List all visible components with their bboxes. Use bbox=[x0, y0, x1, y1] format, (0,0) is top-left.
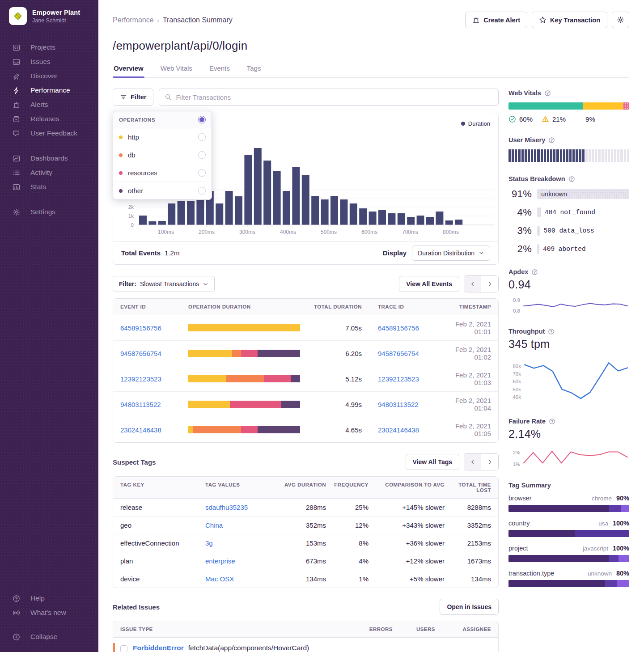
tab-events[interactable]: Events bbox=[208, 64, 231, 77]
question-icon[interactable] bbox=[548, 137, 555, 144]
breadcrumb-performance[interactable]: Performance bbox=[113, 16, 154, 24]
histogram-bar[interactable] bbox=[340, 199, 347, 225]
sidebar-item-projects[interactable]: Projects bbox=[0, 40, 98, 55]
histogram-bar[interactable] bbox=[407, 217, 415, 225]
histogram-bar[interactable] bbox=[139, 216, 147, 225]
histogram-bar[interactable] bbox=[417, 216, 424, 225]
histogram-bar[interactable] bbox=[263, 161, 271, 225]
operations-option-db[interactable]: db bbox=[113, 146, 212, 164]
histogram-bar[interactable] bbox=[455, 220, 462, 225]
histogram-bar[interactable] bbox=[436, 212, 443, 225]
tag-value-link[interactable]: enterprise bbox=[205, 557, 235, 565]
histogram-bar[interactable] bbox=[398, 213, 405, 225]
sidebar-item-help[interactable]: Help bbox=[0, 591, 98, 605]
search-input[interactable] bbox=[176, 93, 493, 101]
histogram-bar[interactable] bbox=[330, 196, 338, 225]
open-in-issues-button[interactable]: Open in Issues bbox=[440, 599, 499, 615]
display-select[interactable]: Duration Distribution bbox=[412, 246, 490, 261]
transaction-search[interactable] bbox=[159, 89, 499, 106]
histogram-bar[interactable] bbox=[302, 175, 309, 225]
histogram-bar[interactable] bbox=[311, 196, 319, 225]
operations-dropdown-header[interactable]: OPERATIONS bbox=[113, 111, 212, 128]
operation-radio[interactable] bbox=[198, 169, 206, 177]
tab-overview[interactable]: Overview bbox=[113, 64, 144, 77]
transactions-filter-select[interactable]: Filter: Slowest Transactions bbox=[113, 276, 215, 292]
histogram-bar[interactable] bbox=[168, 203, 175, 225]
org-switcher[interactable]: Empower Plant Jane Schmidt bbox=[0, 7, 98, 25]
sidebar-item-releases[interactable]: Releases bbox=[0, 112, 98, 126]
histogram-bar[interactable] bbox=[350, 203, 357, 225]
trace-id-link[interactable]: 94587656754 bbox=[378, 350, 419, 357]
histogram-bar[interactable] bbox=[369, 212, 377, 225]
histogram-bar[interactable] bbox=[445, 220, 453, 225]
sidebar-item-settings[interactable]: Settings bbox=[0, 205, 98, 219]
trace-id-link[interactable]: 12392123523 bbox=[378, 375, 419, 383]
histogram-bar[interactable] bbox=[378, 210, 386, 225]
operation-radio[interactable] bbox=[198, 187, 206, 195]
trace-id-link[interactable]: 23024146438 bbox=[378, 426, 419, 434]
issue-checkbox[interactable] bbox=[120, 645, 127, 652]
event-id-link[interactable]: 94587656754 bbox=[120, 350, 161, 357]
question-icon[interactable] bbox=[549, 418, 555, 425]
histogram-bar[interactable] bbox=[158, 221, 166, 225]
operations-option-http[interactable]: http bbox=[113, 128, 212, 146]
sidebar-item-activity[interactable]: Activity bbox=[0, 165, 98, 180]
events-prev-button[interactable] bbox=[464, 276, 481, 292]
event-id-link[interactable]: 64589156756 bbox=[120, 324, 161, 332]
tag-value-link[interactable]: sdaufhu35235 bbox=[205, 504, 248, 511]
tag-value-link[interactable]: Mac OSX bbox=[205, 575, 234, 583]
sidebar-item-issues[interactable]: Issues bbox=[0, 55, 98, 69]
event-id-link[interactable]: 94803113522 bbox=[120, 401, 161, 408]
view-all-events-button[interactable]: View All Events bbox=[399, 276, 459, 292]
trace-id-link[interactable]: 64589156756 bbox=[378, 324, 419, 332]
histogram-bar[interactable] bbox=[273, 171, 281, 225]
sidebar-item-stats[interactable]: Stats bbox=[0, 180, 98, 194]
sidebar-item-what-s-new[interactable]: What's new bbox=[0, 605, 98, 620]
operations-option-other[interactable]: other bbox=[113, 182, 212, 199]
operations-option-resources[interactable]: resources bbox=[113, 164, 212, 182]
operation-radio[interactable] bbox=[198, 151, 206, 159]
question-icon[interactable] bbox=[568, 176, 575, 182]
create-alert-button[interactable]: Create Alert bbox=[465, 12, 527, 28]
tags-next-button[interactable] bbox=[481, 454, 498, 470]
histogram-bar[interactable] bbox=[321, 199, 329, 225]
question-icon[interactable] bbox=[531, 269, 538, 275]
histogram-bar[interactable] bbox=[359, 208, 367, 225]
event-id-link[interactable]: 12392123523 bbox=[120, 375, 161, 383]
operation-radio[interactable] bbox=[198, 133, 206, 141]
question-icon[interactable] bbox=[544, 90, 551, 97]
sidebar-item-dashboards[interactable]: Dashboards bbox=[0, 151, 98, 165]
key-transaction-button[interactable]: Key Transaction bbox=[532, 12, 607, 28]
tags-prev-button[interactable] bbox=[464, 454, 481, 470]
histogram-bar[interactable] bbox=[244, 155, 252, 225]
events-next-button[interactable] bbox=[481, 276, 498, 292]
tag-value-link[interactable]: China bbox=[205, 521, 223, 529]
histogram-bar[interactable] bbox=[216, 203, 223, 225]
tag-value-link[interactable]: 3g bbox=[205, 539, 213, 547]
histogram-bar[interactable] bbox=[225, 191, 233, 225]
sidebar-item-user-feedback[interactable]: User Feedback bbox=[0, 126, 98, 140]
sidebar-item-collapse[interactable]: Collapse bbox=[0, 630, 98, 644]
question-icon[interactable] bbox=[548, 328, 555, 335]
histogram-bar[interactable] bbox=[426, 217, 434, 225]
histogram-bar[interactable] bbox=[196, 197, 204, 225]
histogram-bar[interactable] bbox=[254, 148, 262, 225]
operations-all-radio[interactable] bbox=[198, 116, 206, 123]
histogram-bar[interactable] bbox=[283, 191, 290, 225]
filter-button[interactable]: Filter bbox=[113, 89, 153, 106]
sidebar-item-discover[interactable]: Discover bbox=[0, 69, 98, 83]
histogram-bar[interactable] bbox=[292, 167, 300, 225]
tab-tags[interactable]: Tags bbox=[246, 64, 262, 77]
event-id-link[interactable]: 23024146438 bbox=[120, 426, 161, 434]
sidebar-item-alerts[interactable]: Alerts bbox=[0, 97, 98, 112]
histogram-bar[interactable] bbox=[148, 221, 156, 225]
histogram-bar[interactable] bbox=[388, 213, 395, 225]
histogram-bar[interactable] bbox=[235, 196, 242, 225]
settings-gear-button[interactable] bbox=[612, 12, 629, 28]
histogram-bar[interactable] bbox=[187, 201, 195, 225]
histogram-bar[interactable] bbox=[178, 201, 185, 225]
sidebar-item-performance[interactable]: Performance bbox=[0, 83, 98, 97]
issue-type-link[interactable]: ForbiddenError bbox=[133, 644, 184, 652]
tab-web-vitals[interactable]: Web Vitals bbox=[160, 64, 193, 77]
view-all-tags-button[interactable]: View All Tags bbox=[406, 454, 459, 470]
